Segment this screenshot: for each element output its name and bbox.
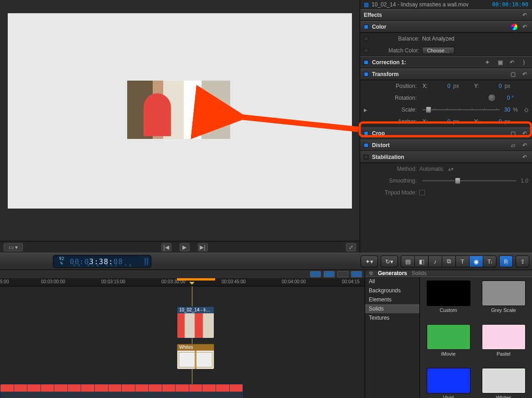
next-edit-button[interactable]: ▶| <box>198 243 208 251</box>
anchor-x[interactable]: 0 <box>429 118 450 125</box>
audio-skim-toggle[interactable] <box>337 271 348 277</box>
generators-browser-button[interactable]: ◉ <box>469 255 483 267</box>
inspector-toggle[interactable]: ⎘ <box>499 255 513 267</box>
enable-checkbox[interactable] <box>364 25 368 29</box>
rotation-dial[interactable] <box>488 94 496 102</box>
color-header[interactable]: Color ↶ <box>360 21 532 33</box>
smoothing-slider[interactable] <box>422 178 516 184</box>
clip-preview <box>127 81 230 139</box>
reset-icon[interactable]: ↶ <box>508 59 516 66</box>
reset-icon[interactable]: ↶ <box>521 130 528 137</box>
scale-value[interactable]: 30 <box>504 107 510 113</box>
timeline-tracks[interactable]: 10_02_14 - li… Whites <box>0 286 365 398</box>
swatch-label: Pastel <box>496 351 511 357</box>
color-board-icon[interactable]: ✦ <box>483 59 492 66</box>
retime-tool[interactable]: ↻▾ <box>381 255 398 267</box>
reset-icon[interactable]: ↶ <box>521 71 528 78</box>
transitions-browser-button[interactable]: ⧉ <box>442 255 455 267</box>
tripod-checkbox[interactable] <box>419 190 425 195</box>
close-icon[interactable]: ⊗ <box>369 270 373 276</box>
enable-checkbox[interactable] <box>364 155 368 159</box>
correction-header[interactable]: Correction 1: ✦ ▣ ↶ ⟩ <box>360 56 532 68</box>
transform-header[interactable]: Transform ▢ ↶ <box>360 68 532 80</box>
viewer-canvas[interactable] <box>8 13 352 209</box>
position-y[interactable]: 0 <box>481 83 502 89</box>
choose-button[interactable]: Choose… <box>422 47 455 54</box>
unit-label: px <box>505 118 511 125</box>
distort-onscreen-icon[interactable]: ▱ <box>508 142 517 149</box>
ruler-tick: 5:00 <box>0 279 9 284</box>
solo-toggle[interactable] <box>351 271 362 277</box>
reset-icon[interactable]: ↶ <box>521 142 528 149</box>
keyframe-icon[interactable]: ◇ <box>524 107 528 113</box>
snapping-toggle[interactable] <box>310 271 321 277</box>
category-backgrounds[interactable]: Backgrounds <box>365 286 419 295</box>
enable-checkbox[interactable] <box>364 72 368 77</box>
media-browser-button[interactable]: ▤ <box>401 255 414 267</box>
enable-checkbox[interactable] <box>364 60 368 65</box>
enable-checkbox[interactable] <box>364 131 368 136</box>
titles-browser-button[interactable]: T <box>455 255 469 267</box>
dropdown-icon[interactable]: ▴▾ <box>448 166 454 172</box>
swatch-grey-scale[interactable]: Grey Scale <box>482 281 526 322</box>
distort-header[interactable]: Distort ▱ ↶ <box>360 139 532 151</box>
smoothing-value[interactable]: 1.0 <box>521 178 528 184</box>
timecode-display[interactable]: 92% 00:03:38:08 HR MIN SEC FR <box>53 255 151 268</box>
swatch-vivid[interactable]: Vivid <box>427 368 470 398</box>
reset-icon[interactable]: ↶ <box>521 11 528 19</box>
scale-slider[interactable] <box>422 107 500 113</box>
enable-checkbox[interactable] <box>364 48 368 53</box>
category-elements[interactable]: Elements <box>365 295 419 304</box>
crop-header[interactable]: Crop ▢ ↶ <box>360 128 532 139</box>
fullscreen-button[interactable]: ⤢ <box>346 243 356 251</box>
transform-onscreen-icon[interactable]: ▢ <box>508 71 517 78</box>
enable-checkbox[interactable] <box>364 143 368 148</box>
viewer-display-options[interactable]: ▭ ▾ <box>4 243 23 251</box>
swatch-pastel[interactable]: Pastel <box>482 324 526 366</box>
play-button[interactable]: ▶ <box>180 243 190 251</box>
effects-label: Effects <box>364 12 517 18</box>
position-label: Position: <box>369 83 419 89</box>
tab-generators[interactable]: Generators <box>378 270 407 276</box>
method-select[interactable]: Automatic <box>419 166 444 172</box>
prev-edit-button[interactable]: |◀ <box>161 243 171 251</box>
skimming-toggle[interactable] <box>324 271 335 277</box>
reset-icon[interactable]: ↶ <box>521 23 528 31</box>
timeline-ruler[interactable]: 5:00 00:03:00:00 00:03:15:00 00:03:30:00… <box>0 278 365 286</box>
clip-title: 10_02_14 - li… <box>177 307 214 313</box>
color-mask-icon[interactable]: ▣ <box>496 59 505 66</box>
video-clip[interactable]: 10_02_14 - li… <box>177 306 214 338</box>
generator-clip[interactable]: Whites <box>177 344 214 369</box>
enable-checkbox[interactable] <box>364 36 368 41</box>
themes-browser-button[interactable]: Tᵢ <box>483 255 496 267</box>
anchor-y[interactable]: 0 <box>481 118 502 125</box>
rotation-label: Rotation: <box>369 95 419 101</box>
reset-icon[interactable]: ↶ <box>521 153 528 161</box>
swatch-preview <box>482 324 526 350</box>
disclosure-icon[interactable]: ▶ <box>364 107 369 112</box>
stabilization-header[interactable]: Stabilization ↶ <box>360 151 532 163</box>
swatch-whites[interactable]: Whites <box>482 368 526 398</box>
position-x[interactable]: 0 <box>429 83 450 89</box>
category-solids[interactable]: Solids <box>365 304 419 313</box>
swatch-preview <box>427 368 470 393</box>
effects-header[interactable]: Effects ↶ <box>360 9 532 21</box>
playhead[interactable] <box>192 286 192 398</box>
viewer[interactable] <box>0 0 360 209</box>
swatch-custom[interactable]: Custom <box>427 281 470 322</box>
go-icon[interactable]: ⟩ <box>519 59 528 66</box>
music-browser-button[interactable]: ♪ <box>428 255 442 267</box>
rotation-value[interactable]: 0 ° <box>507 95 514 101</box>
photos-browser-button[interactable]: ◧ <box>414 255 428 267</box>
category-textures[interactable]: Textures <box>365 313 419 322</box>
scale-label: Scale: <box>369 107 419 113</box>
color-wheel-icon[interactable] <box>511 24 517 30</box>
share-button[interactable]: ⇪ <box>516 255 529 267</box>
category-all[interactable]: All <box>365 277 419 286</box>
effects-tool[interactable]: ✦▾ <box>361 255 378 267</box>
swatch-imovie[interactable]: iMovie <box>427 324 470 366</box>
tab-solids[interactable]: Solids <box>412 270 427 276</box>
primary-storyline-clip[interactable] <box>0 384 243 398</box>
correction-label: Correction 1: <box>372 59 479 66</box>
crop-onscreen-icon[interactable]: ▢ <box>508 130 517 137</box>
